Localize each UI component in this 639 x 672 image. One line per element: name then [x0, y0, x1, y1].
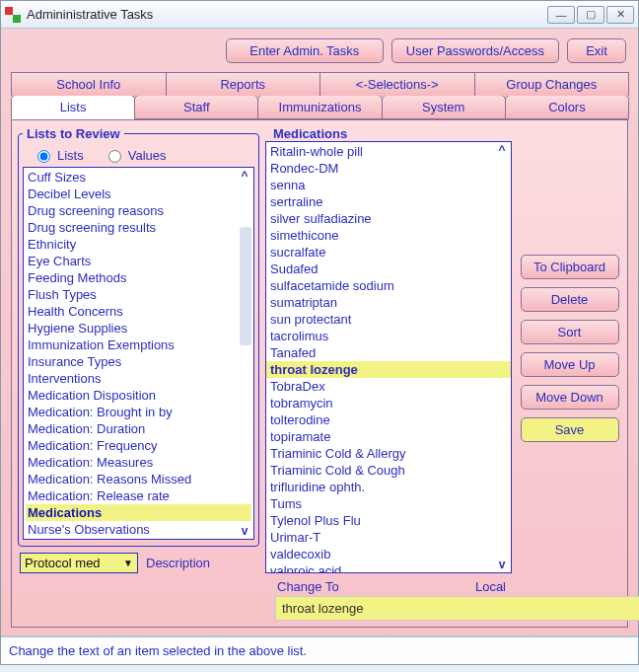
tab-selections[interactable]: <-Selections->: [320, 72, 475, 96]
list-item[interactable]: Medication Disposition: [26, 387, 251, 404]
list-item[interactable]: topiramate: [268, 428, 509, 445]
maximize-button[interactable]: ▢: [577, 6, 604, 24]
list-item[interactable]: tobramycin: [268, 395, 509, 411]
list-item[interactable]: Medication: Frequency: [26, 437, 251, 454]
medications-header: Medications: [265, 126, 512, 141]
list-item[interactable]: Triaminic Cold & Allergy: [268, 445, 509, 462]
move-down-button[interactable]: Move Down: [521, 385, 619, 410]
radio-values[interactable]: Values: [104, 147, 167, 163]
tab-school-info[interactable]: School Info: [11, 72, 167, 96]
app-icon: [5, 7, 21, 23]
list-item[interactable]: Cuff Sizes: [26, 169, 251, 186]
change-to-label: Change To: [277, 579, 339, 594]
list-item[interactable]: Ritalin-whole pill: [268, 143, 509, 160]
list-item[interactable]: valdecoxib: [268, 546, 509, 562]
scrollbar-thumb[interactable]: [240, 227, 251, 345]
list-item[interactable]: Eye Charts: [26, 253, 251, 269]
list-item[interactable]: sucralfate: [268, 244, 509, 261]
list-item[interactable]: Triaminic Cold & Cough: [268, 462, 509, 479]
lists-review-listbox[interactable]: ^ Cuff SizesDecibel LevelsDrug screening…: [23, 167, 254, 540]
medications-listbox[interactable]: ^ Ritalin-whole pillRondec-DMsennasertra…: [265, 141, 512, 573]
list-item[interactable]: Medication: Reasons Missed: [26, 471, 251, 487]
list-item[interactable]: sulfacetamide sodium: [268, 277, 509, 294]
chevron-down-icon: ▼: [123, 558, 133, 568]
list-item[interactable]: Decibel Levels: [26, 186, 251, 202]
list-item[interactable]: Health Concerns: [26, 303, 251, 320]
list-item[interactable]: Insurance Types: [26, 353, 251, 370]
move-up-button[interactable]: Move Up: [521, 352, 619, 377]
list-item[interactable]: Nurse's Observations: [26, 521, 251, 538]
list-item[interactable]: Drug screening results: [26, 219, 251, 236]
enter-admin-tasks-button[interactable]: Enter Admin. Tasks: [226, 38, 384, 63]
list-item[interactable]: sun protectant: [268, 311, 509, 328]
exit-button[interactable]: Exit: [567, 38, 626, 63]
local-label: Local: [475, 579, 506, 594]
tab-staff[interactable]: Staff: [134, 95, 258, 119]
list-item[interactable]: Ethnicity: [26, 236, 251, 253]
description-label: Description: [146, 556, 210, 570]
list-item[interactable]: Tylenol Plus Flu: [268, 512, 509, 529]
list-item[interactable]: Sudafed: [268, 261, 509, 277]
list-item[interactable]: Flush Types: [26, 286, 251, 303]
scroll-down-icon[interactable]: v: [239, 524, 250, 538]
list-item[interactable]: Hygiene Supplies: [26, 320, 251, 336]
status-bar: Change the text of an item selected in t…: [1, 635, 638, 664]
list-item[interactable]: Medication: Release rate: [26, 487, 251, 504]
list-item[interactable]: Interventions: [26, 370, 251, 387]
scroll-up-icon[interactable]: ^: [239, 169, 250, 183]
list-item[interactable]: tolterodine: [268, 411, 509, 428]
tab-lists[interactable]: Lists: [11, 95, 135, 119]
list-item[interactable]: trifluridine ophth.: [268, 479, 509, 495]
list-item[interactable]: Urimar-T: [268, 529, 509, 546]
tab-group-changes[interactable]: Group Changes: [474, 72, 630, 96]
tab-colors[interactable]: Colors: [505, 95, 629, 119]
list-item[interactable]: Tanafed: [268, 344, 509, 361]
list-item[interactable]: sertraline: [268, 193, 509, 210]
list-item[interactable]: silver sulfadiazine: [268, 210, 509, 227]
list-item[interactable]: Medications: [26, 504, 251, 521]
window-title: Admininistrative Tasks: [27, 7, 547, 22]
list-item[interactable]: valproic acid: [268, 562, 509, 573]
list-item[interactable]: TobraDex: [268, 378, 509, 395]
to-clipboard-button[interactable]: To Clipboard: [521, 255, 619, 279]
list-item[interactable]: Drug screening reasons: [26, 202, 251, 219]
list-item[interactable]: sumatriptan: [268, 294, 509, 311]
list-item[interactable]: Rondec-DM: [268, 160, 509, 177]
list-item[interactable]: Medication: Duration: [26, 420, 251, 437]
tab-immunizations[interactable]: Immunizations: [257, 95, 382, 119]
radio-lists[interactable]: Lists: [33, 147, 84, 163]
list-item[interactable]: Immunization Exemptions: [26, 336, 251, 353]
sort-button[interactable]: Sort: [521, 320, 619, 344]
tab-system[interactable]: System: [382, 95, 506, 119]
tab-reports[interactable]: Reports: [166, 72, 321, 96]
lists-to-review-legend: Lists to Review: [23, 126, 124, 141]
list-item[interactable]: tacrolimus: [268, 328, 509, 344]
list-item[interactable]: Feeding Methods: [26, 269, 251, 286]
minimize-button[interactable]: —: [547, 6, 575, 24]
close-button[interactable]: ✕: [606, 6, 634, 24]
list-item[interactable]: senna: [268, 177, 509, 193]
delete-button[interactable]: Delete: [521, 287, 619, 312]
user-passwords-button[interactable]: User Passwords/Access: [391, 38, 559, 63]
list-item[interactable]: Tums: [268, 495, 509, 512]
list-item[interactable]: Medication: Measures: [26, 454, 251, 471]
list-item[interactable]: throat lozenge: [268, 361, 509, 378]
save-button[interactable]: Save: [521, 417, 619, 442]
protocol-combo[interactable]: Protocol med ▼: [20, 553, 138, 573]
list-item[interactable]: Ostomy Care Types: [26, 538, 251, 540]
list-item[interactable]: Medication: Brought in by: [26, 404, 251, 420]
list-item[interactable]: simethicone: [268, 227, 509, 244]
